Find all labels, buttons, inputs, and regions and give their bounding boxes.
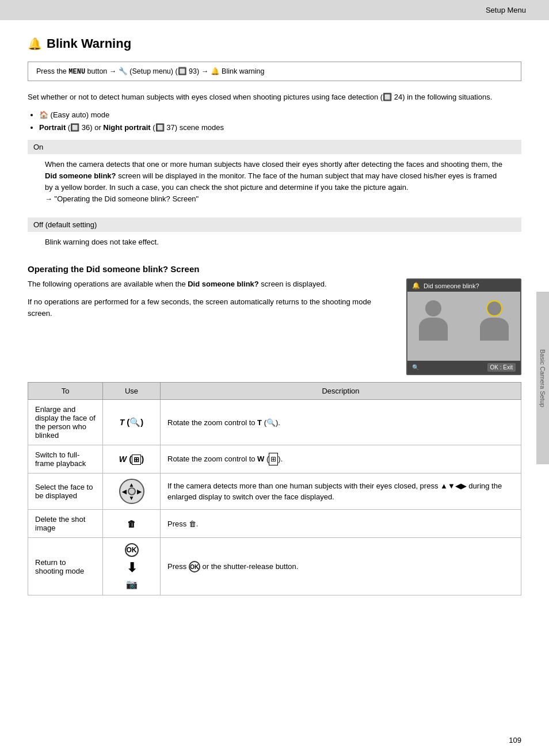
person-right (480, 300, 509, 341)
w-key-icon: W (119, 455, 127, 464)
zoom-out-icon: ⊞ (132, 455, 141, 465)
screen-mockup: 🔔 Did someone blink? 🔍 OK : Exit (406, 278, 521, 375)
screen-top-bar: 🔔 Did someone blink? (407, 280, 520, 292)
left-arrow-icon: ◀ (122, 488, 127, 495)
menu-path-box: Press the MENU button → 🔧 (Setup menu) (… (28, 62, 521, 81)
screen-body (407, 292, 520, 361)
operating-content: The following operations are available w… (28, 278, 521, 375)
blink-warning-icon: 🔔 (28, 37, 42, 51)
table-cell-desc-4: Press 🗑. (161, 510, 521, 538)
page-number: 109 (509, 736, 521, 744)
screen-title: Did someone blink? (424, 282, 479, 289)
ok-icon-desc: OK (189, 561, 200, 572)
multi-selector-icon: ▲ ▼ ◀ ▶ (119, 479, 144, 504)
table-cell-desc-2: Rotate the zoom control to W (⊞). (161, 445, 521, 474)
bullet-item-2: Portrait (🔲 36) or Night portrait (🔲 37)… (39, 121, 521, 134)
trash-icon: 🗑 (127, 519, 136, 529)
page-header: Setup Menu (0, 0, 549, 20)
zoom-icon-screen: 🔍 (412, 364, 419, 371)
table-cell-use-3: ▲ ▼ ◀ ▶ (103, 474, 161, 510)
table-cell-use-5: OK ⬇ 📷 (103, 538, 161, 595)
person-left (419, 300, 448, 341)
trash-icon-desc: 🗑 (189, 520, 196, 528)
setting-on-desc: When the camera detects that one or more… (28, 154, 521, 212)
center-button-icon (128, 487, 136, 495)
table-cell-to-1: Enlarge and display the face of the pers… (28, 400, 103, 445)
table-row: Delete the shot image 🗑 Press 🗑. (28, 510, 521, 538)
screen-icon: 🔔 (412, 282, 420, 289)
table-cell-desc-1: Rotate the zoom control to T (🔍). (161, 400, 521, 445)
page-title: Blink Warning (47, 36, 131, 51)
setting-on-label: On (28, 140, 521, 154)
table-cell-use-1: T (🔍) (103, 400, 161, 445)
ok-button-icon: OK (125, 543, 139, 557)
operating-heading: Operating the Did someone blink? Screen (28, 264, 521, 274)
setting-off-desc: Blink warning does not take effect. (28, 232, 521, 255)
table-header-to: To (28, 383, 103, 400)
t-key-icon: T (120, 418, 125, 427)
table-row: Select the face to be displayed ▲ ▼ ◀ ▶ … (28, 474, 521, 510)
header-title: Setup Menu (486, 6, 526, 14)
table-cell-desc-3: If the camera detects more than one huma… (161, 474, 521, 510)
table-cell-to-3: Select the face to be displayed (28, 474, 103, 510)
table-row: Switch to full-frame playback W (⊞) Rota… (28, 445, 521, 474)
menu-button-label: MENU (68, 68, 85, 76)
zoom-in-icon: 🔍 (129, 417, 140, 427)
up-arrow-icon: ▲ (129, 482, 135, 488)
shutter-icon: 📷 (126, 579, 138, 590)
sidebar-label-text: Basic Camera Setup (539, 349, 546, 407)
right-arrow-icon: ▶ (137, 488, 142, 495)
table-cell-desc-5: Press OK or the shutter-release button. (161, 538, 521, 595)
operating-text: The following operations are available w… (28, 278, 395, 319)
table-cell-use-2: W (⊞) (103, 445, 161, 474)
settings-icon: 🔧 (119, 67, 128, 75)
down-arrow-icon-nav: ▼ (129, 495, 135, 501)
table-cell-use-4: 🗑 (103, 510, 161, 538)
table-row: Enlarge and display the face of the pers… (28, 400, 521, 445)
table-header-desc: Description (161, 383, 521, 400)
intro-paragraph: Set whether or not to detect human subje… (28, 91, 521, 103)
page-content: 🔔 Blink Warning Press the MENU button → … (0, 20, 549, 612)
table-row: Return to shooting mode OK ⬇ 📷 Press OK … (28, 538, 521, 595)
table-header-use: Use (103, 383, 161, 400)
sidebar-label: Basic Camera Setup (536, 292, 549, 464)
page-title-container: 🔔 Blink Warning (28, 36, 521, 51)
setting-off-label: Off (default setting) (28, 217, 521, 232)
screen-bottom-bar: 🔍 OK : Exit (407, 361, 520, 374)
bullet-item-1: 🏠 (Easy auto) mode (39, 109, 521, 121)
zoom-out-icon-desc: ⊞ (269, 453, 278, 465)
down-arrow-shutter-icon: ⬇ (127, 560, 137, 575)
table-cell-to-2: Switch to full-frame playback (28, 445, 103, 474)
table-cell-to-4: Delete the shot image (28, 510, 103, 538)
bullet-list: 🏠 (Easy auto) mode Portrait (🔲 36) or Ni… (39, 109, 521, 134)
exit-btn-screen: OK : Exit (487, 363, 516, 372)
combined-use-stack: OK ⬇ 📷 (110, 543, 153, 590)
blink-icon-path: 🔔 (211, 67, 220, 75)
table-cell-to-5: Return to shooting mode (28, 538, 103, 595)
operations-table: To Use Description Enlarge and display t… (28, 382, 521, 595)
